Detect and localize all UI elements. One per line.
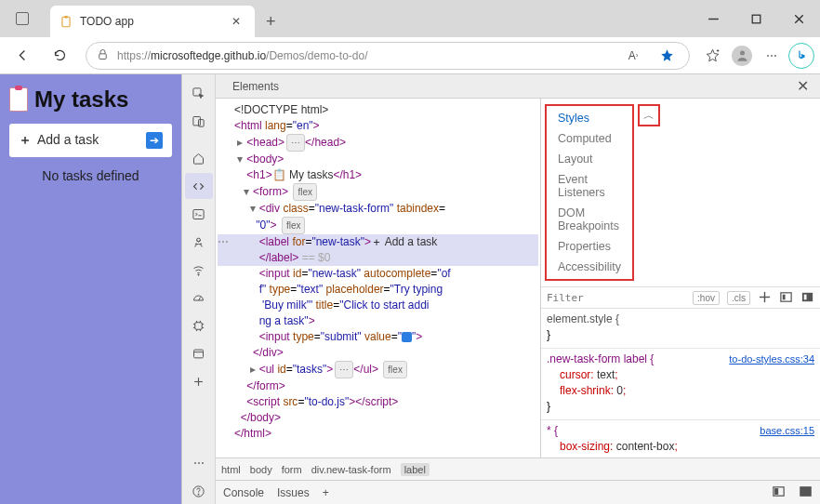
elements-tool-icon[interactable] [185,173,213,199]
back-button[interactable] [6,41,39,71]
collapse-panel-button[interactable]: ︿ [638,104,660,126]
source-link[interactable]: base.css:15 [760,423,814,439]
new-rule-icon[interactable] [758,290,772,306]
submit-arrow-icon[interactable]: ➔ [146,132,163,149]
dom-breadcrumbs[interactable]: html body form div.new-task-form label [216,458,820,480]
empty-state-text: No tasks defined [9,168,172,183]
devtools: ⋯ Elements ✕ <!DOCTYPE html> <html lang=… [181,74,820,504]
add-task-input[interactable]: ＋Add a task ➔ [9,124,172,157]
url-bar[interactable]: https://microsoftedge.github.io/Demos/de… [86,42,690,70]
devtools-close-button[interactable]: ✕ [786,77,820,95]
console-tool-icon[interactable] [185,201,213,227]
styles-tabstrip: Styles Computed Layout Event Listeners D… [545,104,634,281]
drawer-settings-icon[interactable] [772,484,786,501]
drawer-close-icon[interactable] [799,484,813,501]
tab-accessibility[interactable]: Accessibility [549,257,630,277]
bing-button[interactable] [788,43,814,69]
source-link[interactable]: to-do-styles.css:34 [729,351,814,367]
tab-properties[interactable]: Properties [549,236,620,257]
new-tab-button[interactable]: + [255,6,287,37]
svg-rect-20 [194,350,204,358]
close-window-button[interactable] [777,0,820,37]
svg-rect-6 [99,53,107,59]
hov-toggle[interactable]: :hov [693,291,720,305]
window-controls [692,0,820,37]
webpage-content: My tasks ＋Add a task ➔ No tasks defined [0,74,181,504]
tab-event-listeners[interactable]: Event Listeners [549,169,630,203]
address-bar: https://microsoftedge.github.io/Demos/de… [0,37,820,74]
svg-rect-0 [62,17,70,27]
tab-dom-breakpoints[interactable]: DOM Breakpoints [549,203,630,236]
console-tab[interactable]: Console [223,486,264,499]
refresh-button[interactable] [43,41,76,71]
add-tool-button[interactable] [185,368,213,394]
devtools-tabstrip: Elements ✕ [216,74,820,99]
add-drawer-tab[interactable]: + [323,486,329,499]
tab-layout[interactable]: Layout [549,149,602,169]
tab-title: TODO app [80,15,227,28]
styles-filter-bar: :hov .cls [541,286,820,309]
profile-avatar[interactable] [729,43,755,69]
tab-close-button[interactable]: ✕ [227,13,245,30]
svg-rect-11 [193,116,201,125]
performance-tool-icon[interactable] [185,285,213,311]
tab-favicon [60,15,73,28]
cls-toggle[interactable]: .cls [727,291,750,305]
application-tool-icon[interactable] [185,340,213,366]
drawer-tabstrip: Console Issues + [216,480,820,504]
styles-panel: Styles Computed Layout Event Listeners D… [540,99,820,458]
svg-rect-33 [775,488,778,494]
svg-rect-13 [193,209,204,219]
svg-rect-30 [802,292,813,300]
more-menu-button[interactable]: ⋯ [759,43,785,69]
svg-point-25 [198,494,199,495]
svg-point-16 [200,243,201,244]
url-text: https://microsoftedge.github.io/Demos/de… [117,49,368,62]
svg-rect-1 [64,16,68,18]
help-icon[interactable] [185,478,213,504]
svg-rect-19 [195,322,203,329]
css-rules[interactable]: element.style { } .new-task-form label {… [541,309,820,458]
favorite-star-icon[interactable] [654,43,680,69]
elements-tab[interactable]: Elements [223,80,288,93]
tab-computed[interactable]: Computed [549,128,621,149]
maximize-button[interactable] [734,0,777,37]
more-tools-icon[interactable]: ⋯ [185,450,213,476]
dom-tree[interactable]: <!DOCTYPE html> <html lang="en"> ▸<head>… [216,99,540,458]
page-heading: My tasks [9,86,172,113]
tab-styles[interactable]: Styles [549,108,599,128]
titlebar: TODO app ✕ + [0,0,820,37]
styles-filter-input[interactable] [547,292,685,304]
svg-rect-31 [804,294,807,299]
network-tool-icon[interactable] [185,257,213,283]
computed-toggle-icon[interactable] [779,290,793,306]
lock-icon [96,47,110,64]
browser-tab[interactable]: TODO app ✕ [50,6,255,37]
svg-rect-34 [800,486,811,495]
svg-rect-29 [783,294,786,299]
svg-point-17 [198,273,199,274]
clipboard-icon [9,87,28,112]
sources-tool-icon[interactable] [185,229,213,255]
svg-point-9 [740,51,745,56]
inspect-element-icon[interactable] [185,80,213,106]
rendering-icon[interactable] [800,290,814,306]
svg-rect-3 [752,15,760,23]
memory-tool-icon[interactable] [185,312,213,338]
svg-line-18 [199,297,202,300]
tab-actions-button[interactable] [0,0,45,37]
minimize-button[interactable] [692,0,734,37]
devtools-activity-bar: ⋯ [182,74,216,504]
device-toggle-icon[interactable] [185,108,213,134]
reader-aa-icon[interactable]: A› [620,43,646,69]
issues-tab[interactable]: Issues [277,486,310,499]
svg-rect-28 [781,292,791,300]
collections-icon[interactable] [699,43,725,69]
welcome-tool-icon[interactable] [185,145,213,171]
svg-point-15 [195,243,196,244]
